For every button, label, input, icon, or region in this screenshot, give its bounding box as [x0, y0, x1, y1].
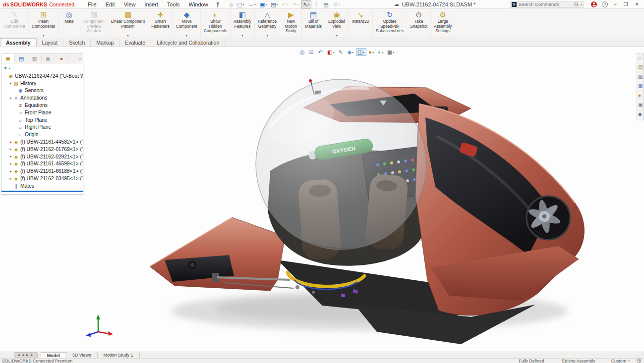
configuration-manager-tab[interactable]: ▥ — [28, 54, 42, 63]
tab-assembly[interactable]: Assembly — [0, 38, 37, 47]
view-palette-tab[interactable]: ▦ — [637, 83, 644, 91]
panel-tabs-overflow-arrow[interactable]: › — [77, 56, 83, 61]
globe-icon[interactable] — [637, 359, 641, 363]
filter-dropdown-icon[interactable]: ▾ — [9, 66, 10, 70]
section-view-button[interactable]: ◧▾ — [326, 48, 336, 56]
unit-system-selector[interactable]: Custom ▾ — [604, 359, 637, 363]
3d-views-tab[interactable]: 3D Views — [66, 352, 98, 358]
search-icon[interactable] — [574, 2, 579, 7]
mate-button[interactable]: ◎ Mate — [59, 9, 80, 38]
search-commands-box[interactable]: S ▾ — [510, 1, 584, 8]
linear-component-pattern-button[interactable]: ▩ Linear Component Pattern ▾ — [108, 9, 148, 38]
menu-edit[interactable]: Edit — [101, 1, 119, 8]
help-icon[interactable]: ? — [602, 1, 608, 7]
filter-funnel-icon[interactable]: ▼ — [3, 65, 8, 71]
motion-study-tab[interactable]: Motion Study 1 — [98, 352, 140, 358]
options-button[interactable]: ⚙▾ — [331, 0, 342, 8]
appearances-scenes-tab[interactable]: ● — [637, 93, 644, 100]
show-hidden-components-button[interactable]: ◐ Show Hidden Components — [201, 9, 231, 38]
new-motion-study-button[interactable]: ▶ New Motion Study — [280, 9, 302, 38]
tree-item-right-plane[interactable]: ▱ Right Plane — [1, 124, 83, 131]
tree-item-component-auto[interactable]: ▸ ◆ (f) UBW-21162-03495<1> ("Auto Co — [1, 175, 83, 182]
insert-components-button[interactable]: ⊞ Insert Components ▾ — [29, 9, 59, 38]
exploded-view-button[interactable]: ◉ Exploded View ▾ — [325, 9, 349, 38]
menu-tools[interactable]: Tools — [163, 1, 184, 8]
solidworks-resources-tab[interactable]: ⌂ — [637, 55, 644, 62]
minimize-button[interactable]: – — [613, 1, 618, 7]
sheet-scroll-arrows[interactable]: ◄◄►► — [14, 352, 38, 358]
tree-item-top-plane[interactable]: ▱ Top Plane — [1, 116, 83, 124]
feature-manager-tab[interactable]: ▣ — [1, 54, 15, 63]
zoom-to-fit-button[interactable]: ◎ — [298, 48, 307, 56]
tree-item-annotations[interactable]: ▸ A Annotations — [1, 94, 83, 102]
component-preview-window-button[interactable]: ▦ Component Preview Window — [80, 9, 108, 38]
bill-of-materials-button[interactable]: ▤ Bill of Materials — [302, 9, 325, 38]
taskpane-icon-7[interactable]: ◆ — [637, 111, 644, 119]
redo-button[interactable]: ↷▾ — [291, 0, 301, 8]
user-avatar[interactable] — [591, 1, 597, 7]
menu-insert[interactable]: Insert — [140, 1, 163, 8]
display-style-button[interactable]: ◫▾ — [356, 48, 366, 56]
tab-evaluate[interactable]: Evaluate — [119, 39, 151, 47]
tree-root-assembly[interactable]: ▣ UBW-21162-04724 ("U-Boat Worx NEMO — [1, 72, 83, 80]
design-library-tab[interactable]: ▤ — [637, 64, 644, 72]
model-tab[interactable]: Model — [41, 352, 66, 358]
pin-menu-icon[interactable] — [214, 1, 221, 8]
view-settings-button[interactable]: ▦▾ — [386, 48, 396, 56]
menu-window[interactable]: Window — [184, 1, 213, 8]
open-button[interactable]: →▾ — [246, 0, 258, 8]
search-input[interactable] — [519, 1, 574, 7]
tab-sketch[interactable]: Sketch — [63, 39, 91, 47]
property-manager-tab[interactable]: ▤ — [15, 54, 28, 63]
tab-layout[interactable]: Layout — [37, 39, 64, 47]
tree-item-origin[interactable]: ∟ Origin — [1, 131, 83, 138]
restore-button[interactable]: ❐ — [623, 1, 629, 7]
home-button[interactable]: ⌂ — [228, 0, 235, 8]
tree-item-equations[interactable]: Σ Equations — [1, 102, 83, 109]
search-dropdown-icon[interactable]: ▾ — [581, 2, 582, 6]
update-speedpak-subassemblies-button[interactable]: ↻ Update SpeedPak Subassemblies — [373, 9, 407, 38]
tree-item-component-human[interactable]: ▸ ◆ (f) UBW-21162-01769<1> ("Human I — [1, 146, 83, 153]
apply-scene-button[interactable]: ◐▾ — [376, 48, 385, 56]
dynamic-annotation-views-button[interactable]: ✎ — [337, 48, 345, 56]
graphics-area[interactable]: OXYGEN — [0, 47, 644, 352]
instant3d-button[interactable]: ↘ Instant3D — [349, 9, 373, 38]
display-manager-tab[interactable]: ● — [55, 54, 68, 63]
tree-item-history[interactable]: ▸ ▤ History — [1, 80, 83, 87]
assembly-features-button[interactable]: ◧ Assembly Features ▾ — [231, 9, 255, 38]
hide-show-items-button[interactable]: ◈▾ — [346, 48, 355, 56]
edit-component-button[interactable]: ✎ Edit Component — [1, 9, 29, 38]
custom-properties-tab[interactable]: ▣ — [637, 102, 644, 109]
take-snapshot-button[interactable]: ⊙ Take Snapshot — [407, 9, 431, 38]
tree-item-front-plane[interactable]: ▱ Front Plane — [1, 109, 83, 116]
new-document-button[interactable]: ▢▾ — [235, 0, 246, 8]
previous-view-button[interactable]: ↶ — [317, 48, 325, 56]
save-button[interactable]: ▣▾ — [258, 0, 269, 8]
tree-item-component-battery[interactable]: ▸ ◆ (f) UBW-21162-02921<1> ("Battery S — [1, 153, 83, 160]
large-assembly-settings-button[interactable]: ⚙ Large Assembly Settings — [431, 9, 455, 38]
menu-view[interactable]: View — [119, 1, 140, 8]
tree-item-component-interior[interactable]: ▸ ◆ (f) UBW-21161-46599<1> ("Interior" — [1, 160, 83, 168]
tab-lifecycle-and-collaboration[interactable]: Lifecycle and Collaboration — [151, 39, 225, 47]
rollback-bar[interactable] — [1, 191, 83, 192]
smart-fasteners-button[interactable]: ✚ Smart Fasteners — [148, 9, 173, 38]
reference-geometry-button[interactable]: △ Reference Geometry ▾ — [255, 9, 280, 38]
select-button[interactable]: ↖▾ — [301, 0, 311, 8]
tree-item-mates[interactable]: ∥ Mates — [1, 182, 83, 190]
tab-markup[interactable]: Markup — [91, 39, 119, 47]
close-button[interactable]: ✕ — [634, 1, 640, 7]
rebuild-button[interactable]: ⋮ — [311, 0, 321, 8]
undo-button[interactable]: ↶▾ — [280, 0, 291, 8]
zoom-to-area-button[interactable]: ⊡ — [308, 48, 316, 56]
tree-item-sensors[interactable]: ◉ Sensors — [1, 87, 83, 95]
edit-appearance-button[interactable]: ●▾ — [367, 48, 376, 56]
tree-item-component-exostructure[interactable]: ▸ ◆ (f) UBW-21161-44582<1> ("Exostruc — [1, 138, 83, 146]
file-properties-button[interactable]: ▤ — [321, 0, 331, 8]
print-button[interactable]: ▤▾ — [269, 0, 280, 8]
submarine-model[interactable]: OXYGEN — [0, 47, 644, 352]
tree-filter[interactable]: ▼ ▾ — [1, 64, 83, 72]
tree-item-component-shape[interactable]: ▸ ◆ (f) UBW-21161-66188<1> ("Shape El — [1, 167, 83, 175]
move-component-button[interactable]: ◆ Move Component ▾ — [173, 9, 201, 38]
dimxpert-manager-tab[interactable]: ◎ — [42, 54, 55, 63]
menu-file[interactable]: File — [83, 1, 101, 8]
